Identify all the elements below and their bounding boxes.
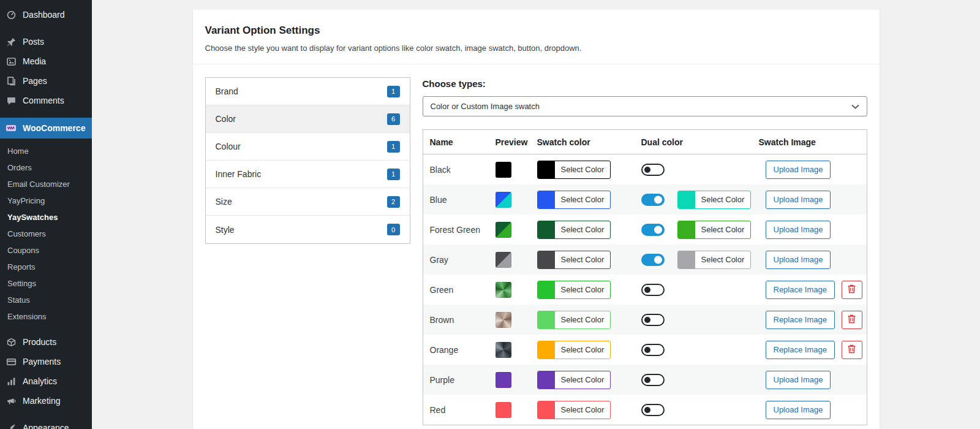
attribute-list: Brand 1 Color 6 Colour 1 Inner Fabr [205, 77, 410, 244]
trash-icon [847, 314, 856, 325]
table-row: Forest Green Select Color [423, 214, 867, 245]
delete-image-button[interactable] [842, 281, 862, 299]
menu-item[interactable]: YayPricing [0, 192, 92, 209]
select-color-button[interactable]: Select Color [537, 401, 611, 419]
menu-item[interactable]: Payments [0, 352, 92, 371]
attribute-item[interactable]: Style 0 [206, 216, 410, 243]
attribute-name: Color [216, 114, 236, 124]
count-badge: 0 [387, 224, 400, 235]
menu-item[interactable]: Marketing [0, 391, 92, 411]
dual-select-color-button[interactable]: Select Color [677, 221, 752, 239]
menu-item[interactable]: Status [0, 292, 92, 308]
swatch-table: Name Preview Swatch color Dual color Swa… [423, 129, 867, 425]
image-upload-button[interactable]: Replace Image [766, 341, 835, 359]
delete-image-button[interactable] [842, 311, 862, 329]
choose-types-label: Choose types: [423, 78, 867, 89]
dual-color-toggle[interactable] [641, 314, 665, 326]
menu-item-label: Email Customizer [7, 180, 70, 189]
menu-item[interactable]: Pages [0, 71, 92, 91]
products-icon [5, 336, 17, 348]
menu-item-label: YayPricing [7, 196, 45, 205]
type-select-value: Color or Custom Image swatch [431, 102, 540, 111]
preview-swatch [496, 402, 511, 418]
select-color-button[interactable]: Select Color [537, 251, 611, 269]
dual-select-color-button[interactable]: Select Color [677, 191, 752, 209]
toggle-knob [644, 347, 650, 353]
preview-swatch [496, 162, 511, 178]
type-select[interactable]: Color or Custom Image swatch [423, 96, 867, 116]
page-title: Variant Option Settings [205, 25, 867, 37]
table-row: Orange Select Color [423, 335, 867, 365]
preview-swatch [496, 192, 511, 208]
menu-item[interactable]: Media [0, 51, 92, 71]
dual-color-toggle[interactable] [641, 224, 665, 236]
attribute-item[interactable]: Brand 1 [206, 78, 410, 105]
attribute-item[interactable]: Size 2 [206, 188, 410, 216]
table-row: Blue Select Color [423, 184, 867, 214]
menu-item[interactable]: Appearance [0, 418, 92, 429]
attribute-item[interactable]: Inner Fabric 1 [206, 161, 410, 188]
settings-card: Variant Option Settings Choose the style… [193, 10, 880, 429]
menu-item[interactable]: Extensions [0, 308, 92, 325]
attribute-name: Style [216, 225, 235, 235]
menu-item[interactable]: YaySwatches [0, 209, 92, 226]
color-chip [538, 161, 555, 178]
dual-select-color-button[interactable]: Select Color [677, 251, 752, 269]
menu-item[interactable]: Dashboard [0, 5, 92, 25]
dual-color-toggle[interactable] [641, 194, 665, 206]
color-chip [538, 341, 555, 359]
select-color-button[interactable]: Select Color [537, 161, 611, 179]
select-color-button[interactable]: Select Color [537, 281, 611, 299]
attribute-item[interactable]: Colour 1 [206, 133, 410, 161]
image-upload-button[interactable]: Replace Image [766, 281, 835, 299]
appearance-icon [5, 422, 17, 429]
toggle-knob [644, 287, 650, 293]
menu-item[interactable]: Home [0, 143, 92, 159]
menu-item[interactable]: Customers [0, 226, 92, 242]
select-color-button[interactable]: Select Color [537, 221, 611, 239]
preview-swatch [496, 312, 511, 328]
image-upload-button[interactable]: Upload Image [766, 221, 831, 239]
row-name: Gray [423, 255, 496, 265]
image-upload-button[interactable]: Upload Image [766, 401, 831, 419]
color-chip [538, 251, 555, 268]
image-upload-button[interactable]: Upload Image [766, 371, 831, 389]
dual-color-toggle[interactable] [641, 284, 665, 296]
toggle-knob [644, 407, 650, 413]
dual-color-toggle[interactable] [641, 374, 665, 386]
menu-item[interactable]: Posts [0, 32, 92, 51]
menu-item[interactable]: Products [0, 332, 92, 352]
menu-item[interactable]: Email Customizer [0, 176, 92, 192]
menu-item[interactable]: Analytics [0, 371, 92, 391]
image-upload-button[interactable]: Upload Image [766, 191, 831, 209]
table-row: Purple Select Color [423, 365, 867, 395]
select-color-label: Select Color [555, 251, 611, 268]
image-upload-button[interactable]: Upload Image [766, 161, 831, 179]
menu-item[interactable]: Settings [0, 275, 92, 292]
table-row: Red Select Color [423, 395, 867, 425]
image-upload-button[interactable]: Replace Image [766, 311, 835, 329]
menu-item[interactable]: Reports [0, 259, 92, 275]
menu-item[interactable]: Coupons [0, 242, 92, 259]
analytics-icon [5, 375, 17, 387]
dual-color-toggle[interactable] [641, 164, 665, 176]
menu-item[interactable]: WooCommerce [0, 118, 92, 139]
toggle-knob [644, 167, 650, 173]
color-chip [538, 281, 555, 298]
dual-color-toggle[interactable] [641, 404, 665, 416]
menu-item-label: Products [23, 337, 56, 347]
image-upload-button[interactable]: Upload Image [766, 251, 831, 269]
dual-color-toggle[interactable] [641, 344, 665, 356]
select-color-button[interactable]: Select Color [537, 341, 611, 359]
select-color-button[interactable]: Select Color [537, 191, 611, 209]
select-color-button[interactable]: Select Color [537, 371, 611, 389]
column-header: Swatch Image [759, 137, 867, 147]
menu-item[interactable]: Comments [0, 91, 92, 110]
menu-item[interactable]: Orders [0, 159, 92, 176]
select-color-button[interactable]: Select Color [537, 311, 611, 329]
delete-image-button[interactable] [842, 341, 862, 359]
attribute-item[interactable]: Color 6 [206, 105, 410, 133]
menu-item-label: Dashboard [23, 10, 65, 20]
dual-color-toggle[interactable] [641, 254, 665, 266]
comments-icon [5, 94, 17, 107]
